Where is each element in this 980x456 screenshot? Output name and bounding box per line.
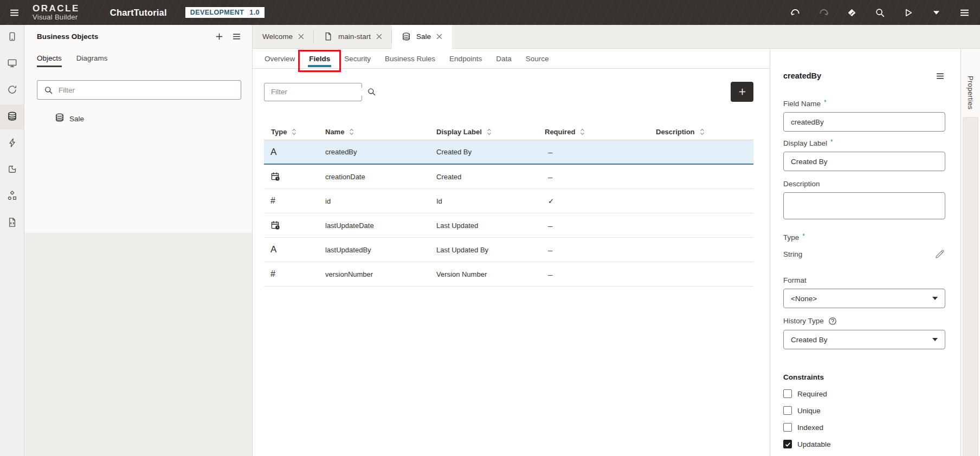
- object-tab-business-rules[interactable]: Business Rules: [378, 49, 442, 68]
- not-required-dash-icon: –: [545, 270, 656, 279]
- undo-icon[interactable]: [789, 6, 801, 18]
- field-name-cell: lastUpdatedBy: [325, 246, 436, 254]
- column-header-name[interactable]: Name: [325, 128, 436, 136]
- properties-menu-icon[interactable]: [934, 70, 945, 81]
- rail-item-processes[interactable]: [0, 131, 24, 156]
- table-body: AcreatedByCreated By–creationDateCreated…: [264, 140, 753, 286]
- history-type-select[interactable]: Created By: [783, 330, 945, 349]
- column-header-required[interactable]: Required: [545, 128, 656, 136]
- type-label: Type*: [783, 233, 945, 242]
- redo-icon[interactable]: [817, 6, 829, 18]
- edit-type-pencil-icon[interactable]: [933, 248, 945, 260]
- rail-item-mobile-applications[interactable]: [0, 25, 24, 50]
- constraint-unique[interactable]: Unique: [783, 406, 945, 415]
- rail-item-web-applications[interactable]: [0, 51, 24, 76]
- business-object-item[interactable]: Sale: [37, 109, 241, 128]
- fields-filter[interactable]: [264, 83, 362, 101]
- run-icon[interactable]: [902, 6, 914, 18]
- required-check-icon: ✓: [545, 197, 656, 205]
- fields-filter-input[interactable]: [271, 88, 367, 96]
- properties-scrollbar[interactable]: [963, 117, 978, 456]
- field-name-cell: lastUpdateDate: [325, 222, 436, 230]
- panel-menu-icon[interactable]: [231, 31, 241, 41]
- run-options-icon[interactable]: [930, 6, 942, 18]
- object-tab-label: Endpoints: [449, 55, 482, 63]
- object-tab-endpoints[interactable]: Endpoints: [442, 49, 489, 68]
- unique-checkbox[interactable]: [783, 406, 792, 415]
- table-row[interactable]: AcreatedByCreated By–: [264, 140, 753, 165]
- editor-tab-sale[interactable]: Sale: [392, 25, 452, 48]
- object-tab-fields[interactable]: Fields: [302, 49, 337, 68]
- constraint-label: Required: [797, 390, 827, 398]
- field-name-input[interactable]: [783, 112, 945, 132]
- editor-tab-label: Welcome: [262, 32, 293, 41]
- menu-icon[interactable]: [958, 6, 970, 18]
- properties-dock-tab[interactable]: Properties: [966, 76, 975, 109]
- column-header-display-label[interactable]: Display Label: [436, 128, 545, 136]
- table-row[interactable]: creationDateCreated–: [264, 165, 753, 189]
- updatable-checkbox[interactable]: [783, 440, 792, 448]
- constraint-updatable[interactable]: Updatable: [783, 440, 945, 448]
- page-icon: [324, 32, 333, 41]
- sidebar-filter-input[interactable]: [59, 86, 235, 94]
- add-field-button[interactable]: [731, 82, 753, 102]
- fields-toolbar: [264, 82, 753, 102]
- editor-tab-label: main-start: [338, 32, 371, 41]
- fields-table: TypeNameDisplay LabelRequiredDescription…: [264, 123, 753, 286]
- column-label: Display Label: [436, 128, 482, 136]
- table-row[interactable]: AlastUpdatedByLast Updated By–: [264, 238, 753, 262]
- indexed-checkbox[interactable]: [783, 423, 792, 432]
- constraint-indexed[interactable]: Indexed: [783, 423, 945, 432]
- global-menu-icon[interactable]: [8, 6, 21, 19]
- display-label-cell: Last Updated: [436, 222, 545, 230]
- description-input[interactable]: [783, 192, 945, 219]
- format-select[interactable]: <None>: [783, 289, 945, 308]
- dock-strip: Properties: [960, 49, 980, 456]
- status-badge: DEVELOPMENT 1.0: [185, 7, 265, 18]
- app-title: ChartTutorial: [110, 8, 167, 18]
- editor-tab-welcome[interactable]: Welcome: [253, 25, 314, 48]
- object-tab-label: Source: [526, 55, 549, 63]
- rail-item-business-objects[interactable]: [0, 105, 24, 129]
- constraint-required[interactable]: Required: [783, 389, 945, 398]
- column-header-type[interactable]: Type: [264, 128, 325, 136]
- sidebar-tab-objects[interactable]: Objects: [37, 54, 62, 67]
- datetime-type-icon: [264, 220, 325, 230]
- help-icon[interactable]: [828, 317, 837, 325]
- object-tab-source[interactable]: Source: [519, 49, 556, 68]
- object-tab-security[interactable]: Security: [337, 49, 378, 68]
- close-tab-icon[interactable]: [436, 34, 442, 40]
- changes-icon[interactable]: [846, 6, 858, 18]
- column-header-description[interactable]: Description: [656, 128, 753, 136]
- header-actions: [789, 6, 970, 18]
- rail-item-components[interactable]: [0, 158, 24, 183]
- search-icon[interactable]: [874, 6, 886, 18]
- service-connections-icon: [7, 84, 17, 97]
- object-tab-data[interactable]: Data: [489, 49, 519, 68]
- table-row[interactable]: lastUpdateDateLast Updated–: [264, 213, 753, 238]
- business-object-label: Sale: [69, 115, 84, 123]
- close-tab-icon[interactable]: [376, 34, 382, 40]
- add-business-object-button[interactable]: [214, 31, 224, 41]
- sidebar-tab-label: Diagrams: [76, 54, 108, 62]
- table-row[interactable]: #versionNumberVersion Number–: [264, 262, 753, 286]
- sidebar-filter[interactable]: [37, 80, 241, 100]
- editor-tab-main-start[interactable]: main-start: [314, 25, 392, 48]
- rail-item-diagrams[interactable]: [0, 184, 24, 209]
- object-tab-label: Overview: [265, 55, 295, 63]
- rail-item-service-connections[interactable]: [0, 78, 24, 103]
- rail-item-source-files[interactable]: [0, 211, 24, 236]
- required-checkbox[interactable]: [783, 389, 792, 398]
- display-label-cell: Last Updated By: [436, 246, 545, 254]
- sidebar-tab-diagrams[interactable]: Diagrams: [76, 54, 108, 67]
- close-tab-icon[interactable]: [298, 34, 304, 40]
- object-tab-label: Security: [344, 55, 371, 63]
- table-row[interactable]: #idId✓: [264, 189, 753, 213]
- object-tab-overview[interactable]: Overview: [257, 49, 302, 68]
- brand-line1: ORACLE: [33, 4, 80, 14]
- panel-title: Business Objects: [37, 32, 98, 41]
- constraints-list: RequiredUniqueIndexedUpdatable: [783, 389, 945, 448]
- plus-icon: [738, 87, 747, 96]
- display-label-input[interactable]: [783, 152, 945, 171]
- constraints-heading: Constraints: [783, 373, 945, 381]
